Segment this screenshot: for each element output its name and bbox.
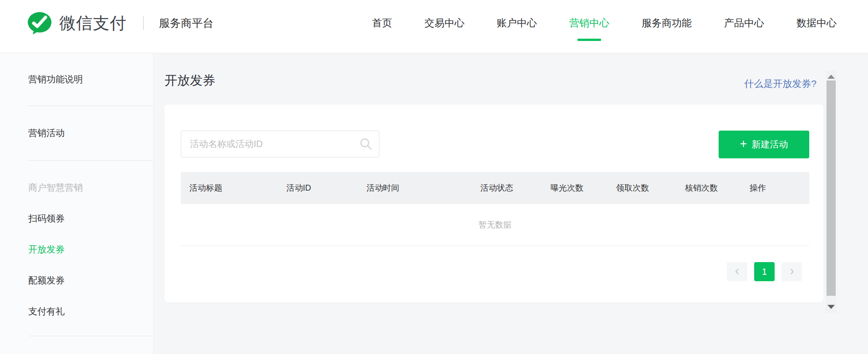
brand-title: 微信支付 bbox=[59, 12, 127, 35]
search-field-wrap bbox=[181, 131, 379, 157]
nav-item-home[interactable]: 首页 bbox=[372, 16, 392, 30]
col-exposure-count: 曝光次数 bbox=[551, 182, 616, 193]
wechat-pay-logo-icon bbox=[27, 12, 52, 35]
scrollbar-up-arrow-icon[interactable] bbox=[827, 75, 835, 79]
chevron-right-icon bbox=[789, 268, 795, 275]
sidebar-item-marketing-activities[interactable]: 营销活动 bbox=[28, 127, 65, 139]
create-activity-label: 新建活动 bbox=[751, 138, 788, 151]
nav-item-marketing-center[interactable]: 营销中心 bbox=[569, 16, 609, 30]
what-is-open-coupon-link[interactable]: 什么是开放发券? bbox=[744, 77, 817, 90]
sidebar-item-marketing-guide[interactable]: 营销功能说明 bbox=[28, 73, 83, 86]
scrollbar-down-arrow-icon[interactable] bbox=[827, 305, 835, 309]
nav-item-account-center[interactable]: 账户中心 bbox=[497, 16, 537, 30]
nav-item-trade-center[interactable]: 交易中心 bbox=[424, 16, 465, 30]
platform-label: 服务商平台 bbox=[159, 16, 214, 30]
sidebar-section-smart-marketing: 商户智慧营销 bbox=[28, 172, 153, 203]
pagination-page-1[interactable]: 1 bbox=[754, 262, 775, 281]
page-title: 开放发券 bbox=[164, 72, 215, 89]
nav-item-provider-functions[interactable]: 服务商功能 bbox=[642, 16, 692, 30]
table-header-row: 活动标题 活动ID 活动时间 活动状态 曝光次数 领取次数 核销次数 操作 bbox=[181, 172, 809, 204]
primary-nav: 首页 交易中心 账户中心 营销中心 服务商功能 产品中心 数据中心 bbox=[372, 16, 868, 30]
sidebar-item-quota-coupon[interactable]: 配额发券 bbox=[28, 265, 153, 296]
wechat-pay-logo[interactable]: 微信支付 bbox=[27, 12, 127, 35]
col-activity-id: 活动ID bbox=[286, 182, 367, 193]
activity-table: 活动标题 活动ID 活动时间 活动状态 曝光次数 领取次数 核销次数 操作 暂无… bbox=[181, 172, 809, 246]
top-nav-bar: 微信支付 服务商平台 首页 交易中心 账户中心 营销中心 服务商功能 产品中心 … bbox=[0, 0, 868, 53]
sidebar: 营销功能说明 营销活动 商户智慧营销 扫码领券 开放发券 配额发券 支付有礼 bbox=[0, 53, 153, 354]
col-actions: 操作 bbox=[750, 182, 809, 193]
sidebar-item-open-coupon[interactable]: 开放发券 bbox=[28, 234, 153, 265]
nav-item-product-center[interactable]: 产品中心 bbox=[724, 16, 764, 30]
search-icon[interactable] bbox=[360, 138, 372, 150]
content-card: + 新建活动 活动标题 活动ID 活动时间 活动状态 曝光次数 领取次数 核销次… bbox=[164, 105, 823, 303]
pagination: 1 bbox=[164, 262, 802, 281]
pagination-prev-button[interactable] bbox=[727, 262, 747, 281]
search-input[interactable] bbox=[181, 131, 379, 157]
create-activity-button[interactable]: + 新建活动 bbox=[719, 131, 809, 158]
col-activity-title: 活动标题 bbox=[189, 182, 286, 193]
plus-icon: + bbox=[740, 138, 747, 150]
col-activity-time: 活动时间 bbox=[367, 182, 480, 193]
pagination-next-button[interactable] bbox=[781, 262, 802, 281]
scrollbar-thumb[interactable] bbox=[827, 81, 836, 296]
chevron-left-icon bbox=[734, 268, 740, 275]
col-activity-status: 活动状态 bbox=[480, 182, 551, 193]
nav-item-data-center[interactable]: 数据中心 bbox=[797, 16, 837, 30]
main-content: 开放发券 什么是开放发券? + 新建活动 活动标题 活动ID 活动时间 活动状态 bbox=[153, 53, 868, 354]
sidebar-item-scan-coupon[interactable]: 扫码领券 bbox=[28, 203, 153, 234]
col-redeem-count: 核销次数 bbox=[685, 182, 750, 193]
sidebar-item-payment-gift[interactable]: 支付有礼 bbox=[28, 296, 153, 327]
toolbar: + 新建活动 bbox=[164, 105, 823, 158]
vertical-scrollbar[interactable] bbox=[826, 71, 837, 313]
header-divider bbox=[143, 16, 144, 30]
table-empty-state: 暂无数据 bbox=[181, 204, 809, 246]
col-claim-count: 领取次数 bbox=[616, 182, 685, 193]
